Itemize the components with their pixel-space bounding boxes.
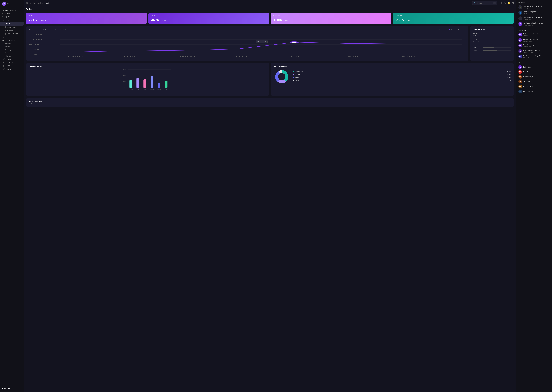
sidebar-group-header-corporate[interactable]: ▸ Corporate bbox=[0, 61, 23, 64]
sidebar-user[interactable]: V Victoria bbox=[0, 0, 23, 8]
contact-avatar: DC bbox=[518, 70, 522, 74]
sidebar-item-projects[interactable]: Projects bbox=[0, 15, 23, 19]
traffic-row-instagram: Instagram bbox=[473, 38, 511, 40]
contacts-title: Contacts bbox=[518, 62, 550, 64]
svg-rect-36 bbox=[165, 81, 167, 88]
contact-item-4[interactable]: KM Kate Morrison bbox=[518, 85, 550, 88]
legend-item-other: Other 8.1% bbox=[293, 80, 511, 82]
sidebar-item-projects-dash[interactable]: ▸ Projects bbox=[0, 29, 23, 32]
dot-purple: ● bbox=[449, 29, 450, 30]
tab-favorites[interactable]: Favorites bbox=[2, 9, 8, 11]
legend-item-us: United States 38.6% bbox=[293, 70, 511, 72]
more-options-icon[interactable]: ··· bbox=[463, 28, 466, 31]
history-icon[interactable]: ◷ bbox=[504, 2, 506, 4]
legend-item-mexico: Mexico 30.8% bbox=[293, 77, 511, 78]
traffic-location-card: Traffic by Location bbox=[271, 63, 514, 96]
contact-item-3[interactable]: AL Andi Lane bbox=[518, 80, 550, 84]
sidebar-item-overview[interactable]: Overview bbox=[0, 12, 23, 15]
activities-list: EX Edited the details of Project X Just … bbox=[518, 33, 550, 58]
stat-card-active-users: Active Users 239K -1.48% ↘ bbox=[393, 13, 514, 24]
contact-item-0[interactable]: NC Natali Craig bbox=[518, 65, 550, 69]
tab-operating-status[interactable]: Operating Status bbox=[55, 29, 69, 31]
contact-item-5[interactable]: KO Koray Okumus bbox=[518, 90, 550, 93]
activity-item-2: SB Submitted a bug 12 hours ago bbox=[518, 44, 550, 48]
traffic-bar bbox=[483, 33, 504, 34]
sidebar-sub-documents[interactable]: Documents bbox=[0, 51, 23, 55]
bar-chart-svg: 900K 600K 300K 0 Linux Mac bbox=[29, 68, 267, 93]
search-input[interactable] bbox=[477, 2, 492, 4]
sidebar-sub-projects[interactable]: Projects bbox=[0, 45, 23, 48]
blog-icon bbox=[3, 65, 5, 67]
traffic-bar bbox=[483, 50, 497, 51]
sidebar-item-online-courses[interactable]: ▸ Online Courses bbox=[0, 32, 23, 35]
sidebar-toggle-icon[interactable]: ⊞ bbox=[26, 2, 28, 4]
username-label: Victoria bbox=[7, 3, 13, 5]
sun-icon[interactable]: ☀ bbox=[501, 2, 502, 4]
today-dropdown-button[interactable]: Today ▾ bbox=[26, 8, 34, 10]
corporate-icon bbox=[3, 62, 5, 63]
sidebar-group-header-blog[interactable]: ▸ Blog bbox=[0, 64, 23, 68]
chevron-right-icon: ▸ bbox=[2, 33, 3, 35]
svg-rect-34 bbox=[158, 83, 160, 88]
traffic-bar bbox=[483, 48, 494, 48]
legend-item-canada: Canada 22.5% bbox=[293, 74, 511, 75]
line-chart-svg: 15M 10M 5M 1M 0 Mon Tue Wed Thu Fri Sat … bbox=[29, 33, 466, 58]
search-bar[interactable]: 🔍 ⌘/ bbox=[472, 1, 497, 5]
trend-up-icon: ↗ bbox=[45, 20, 46, 21]
main-area: ⊞ ☆ Dashboards / Default 🔍 ⌘/ ☀ ◷ 🔔 ⊡ To… bbox=[24, 0, 516, 392]
notif-item-new-user: 👤 New user registered 59 minutes ago bbox=[518, 11, 550, 15]
activity-avatar: DP bbox=[518, 55, 522, 58]
chart-header: Total Users Total Projects Operating Sta… bbox=[29, 28, 466, 31]
section-dashboards: Dashboards bbox=[0, 19, 23, 22]
traffic-row-tumblr: Tumblr bbox=[473, 50, 511, 51]
legend-dot bbox=[293, 74, 294, 75]
sidebar-tabs: Favorites Recently bbox=[0, 8, 23, 12]
legend-dot bbox=[293, 77, 294, 78]
svg-text:5M: 5M bbox=[29, 44, 40, 45]
sidebar-item-ecommerce[interactable]: ▸ eCommerce bbox=[0, 26, 23, 29]
tab-recently[interactable]: Recently bbox=[10, 9, 16, 11]
sidebar-item-default[interactable]: Default bbox=[0, 22, 23, 26]
trend-down-icon: ↘ bbox=[289, 20, 290, 21]
traffic-device-title: Traffic by Device bbox=[29, 65, 267, 67]
svg-text:15M: 15M bbox=[29, 34, 44, 35]
svg-text:600K: 600K bbox=[123, 75, 126, 77]
app-logo: cachet bbox=[0, 384, 23, 392]
svg-text:300K: 300K bbox=[123, 81, 126, 83]
sidebar-group-user-profile: ▾ User Profile Overview Projects Campaig… bbox=[0, 39, 23, 57]
sidebar-group-header-user-profile[interactable]: ▾ User Profile bbox=[0, 39, 23, 42]
contact-avatar: KM bbox=[518, 85, 522, 88]
svg-text:Wed: Wed bbox=[179, 56, 195, 57]
sidebar-sub-campaigns[interactable]: Campaigns bbox=[0, 48, 23, 51]
traffic-bar-bg bbox=[483, 50, 511, 51]
legend-dot bbox=[293, 80, 294, 81]
traffic-location-title: Traffic by Location bbox=[273, 65, 511, 67]
sidebar-sub-overview[interactable]: Overview bbox=[0, 42, 23, 45]
star-icon[interactable]: ☆ bbox=[29, 2, 31, 4]
traffic-bar-bg bbox=[483, 44, 511, 45]
svg-rect-28 bbox=[137, 78, 139, 88]
tab-total-projects[interactable]: Total Projects bbox=[42, 29, 53, 31]
contact-item-1[interactable]: DC Drew Cano bbox=[518, 70, 550, 74]
layout-icon[interactable]: ⊡ bbox=[512, 2, 514, 4]
svg-text:Other: Other bbox=[165, 89, 167, 90]
notif-avatar-bug: 🐛 bbox=[518, 16, 522, 20]
shopping-icon bbox=[4, 26, 6, 28]
breadcrumb: Dashboards / Default bbox=[33, 2, 49, 4]
notif-item-bug-2: 🐛 You have a bug that needs t... 12 hour… bbox=[518, 16, 550, 20]
legend-dot bbox=[293, 71, 294, 72]
contact-item-2[interactable]: OD Orlando Diggs bbox=[518, 75, 550, 79]
tab-total-users[interactable]: Total Users bbox=[29, 29, 39, 31]
bell-icon[interactable]: 🔔 bbox=[508, 2, 510, 4]
sidebar-sub-followers[interactable]: Followers bbox=[0, 55, 23, 57]
traffic-device-card: Traffic by Device 900K 600K 300K 0 Linux bbox=[26, 63, 269, 96]
traffic-bar bbox=[483, 36, 498, 36]
sidebar-group-header-social[interactable]: ▸ Social bbox=[0, 68, 23, 71]
svg-text:10M: 10M bbox=[29, 39, 44, 40]
chevron-right-icon: ▸ bbox=[2, 59, 3, 60]
activity-item-0: EX Edited the details of Project X Just … bbox=[518, 33, 550, 36]
sidebar-group-header-account[interactable]: ▸ Account bbox=[0, 57, 23, 61]
donut-legend: United States 38.6% Canada 22.5% Mexico … bbox=[293, 70, 511, 83]
chevron-down-icon: ▾ bbox=[2, 40, 3, 41]
svg-point-17 bbox=[290, 42, 298, 43]
